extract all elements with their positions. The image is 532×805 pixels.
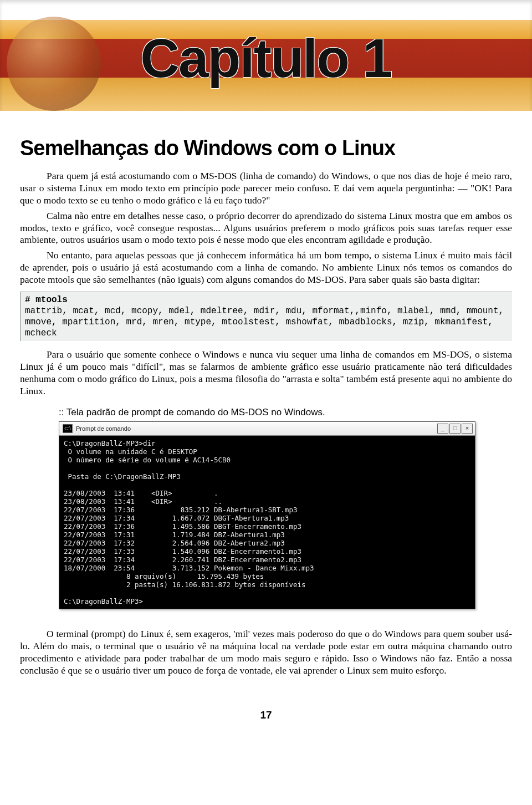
cmd-icon: C:\	[63, 424, 73, 433]
screenshot-caption: :: Tela padrão de prompt de comando do M…	[59, 407, 512, 418]
paragraph-2-text: Calma não entre em detalhes nesse caso, …	[20, 210, 512, 246]
msdos-terminal-window: C:\ Prompt de comando _ □ × C:\DragonBal…	[59, 421, 475, 609]
terminal-output: C:\DragonBallZ-MP3>dir O volume na unida…	[59, 436, 475, 609]
window-buttons: _ □ ×	[437, 424, 473, 434]
maximize-button[interactable]: □	[449, 424, 461, 434]
paragraph-3: No entanto, para aquelas pessoas que já …	[20, 249, 512, 286]
paragraph-5-text: O terminal (prompt) do Linux é, sem exag…	[20, 628, 512, 676]
paragraph-3-text: No entanto, para aquelas pessoas que já …	[20, 249, 512, 285]
chapter-banner: Capítulo 1	[0, 0, 532, 111]
paragraph-4: Para o usuário que somente conhece o Win…	[20, 349, 512, 398]
globe-decoration	[7, 17, 101, 111]
document-page: Capítulo 1 Semelhanças do Windows com o …	[0, 0, 532, 743]
paragraph-5: O terminal (prompt) do Linux é, sem exag…	[20, 628, 512, 677]
paragraph-2: Calma não entre em detalhes nesse caso, …	[20, 210, 512, 247]
minimize-button[interactable]: _	[437, 424, 448, 434]
page-content: Semelhanças do Windows com o Linux Para …	[0, 111, 532, 686]
paragraph-1: Para quem já está acostumando com o MS-D…	[20, 170, 512, 207]
code-command: # mtools	[25, 294, 508, 305]
code-body: mattrib, mcat, mcd, mcopy, mdel, mdeltre…	[25, 305, 508, 339]
paragraph-4-text: Para o usuário que somente conhece o Win…	[20, 349, 512, 396]
close-button[interactable]: ×	[462, 424, 473, 434]
paragraph-1-text: Para quem já está acostumando com o MS-D…	[20, 170, 512, 206]
window-titlebar: C:\ Prompt de comando _ □ ×	[59, 422, 475, 436]
code-block: # mtools mattrib, mcat, mcd, mcopy, mdel…	[20, 292, 512, 341]
chapter-title: Capítulo 1	[140, 27, 392, 90]
window-title: Prompt de comando	[76, 425, 131, 432]
section-title: Semelhanças do Windows com o Linux	[20, 136, 512, 160]
page-number: 17	[0, 709, 532, 721]
